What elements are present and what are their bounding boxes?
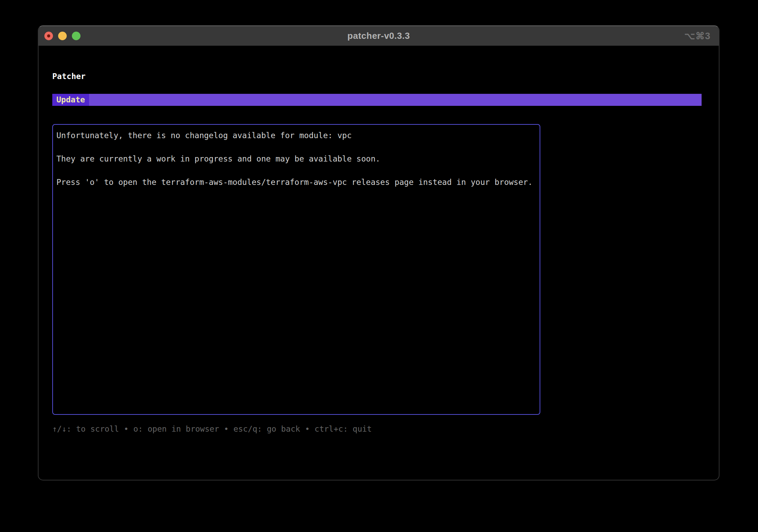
changelog-viewport[interactable]: Unfortunately, there is no changelog ava… — [52, 124, 540, 415]
tab-update[interactable]: Update — [52, 94, 89, 106]
help-item-open: o: open in browser — [133, 424, 219, 433]
help-bar: ↑/↓: to scroll•o: open in browser•esc/q:… — [52, 423, 705, 435]
help-item-quit: ctrl+c: quit — [315, 424, 372, 433]
close-button-icon[interactable] — [44, 32, 53, 40]
terminal-window: patcher-v0.3.3 ⌥⌘3 Patcher Update Unfort… — [38, 25, 719, 480]
help-item-scroll: ↑/↓: to scroll — [52, 424, 119, 433]
changelog-line: Unfortunately, there is no changelog ava… — [56, 130, 536, 141]
help-separator: • — [224, 424, 229, 433]
unsaved-indicator-dot — [47, 34, 50, 37]
minimize-button-icon[interactable] — [58, 32, 67, 40]
changelog-line: They are currently a work in progress an… — [56, 153, 536, 165]
titlebar[interactable]: patcher-v0.3.3 ⌥⌘3 — [39, 26, 719, 46]
keyboard-shortcut-hint: ⌥⌘3 — [684, 26, 711, 46]
help-separator: • — [305, 424, 310, 433]
zoom-button-icon[interactable] — [72, 32, 80, 40]
terminal-content: Patcher Update Unfortunately, there is n… — [39, 70, 719, 435]
window-title: patcher-v0.3.3 — [39, 31, 719, 41]
help-separator: • — [124, 424, 129, 433]
app-heading: Patcher — [52, 70, 705, 82]
changelog-line: Press 'o' to open the terraform-aws-modu… — [56, 176, 536, 188]
tab-bar: Update — [52, 94, 702, 106]
window-controls — [44, 26, 80, 46]
tab-bar-filler — [89, 94, 702, 106]
help-item-back: esc/q: go back — [234, 424, 300, 433]
